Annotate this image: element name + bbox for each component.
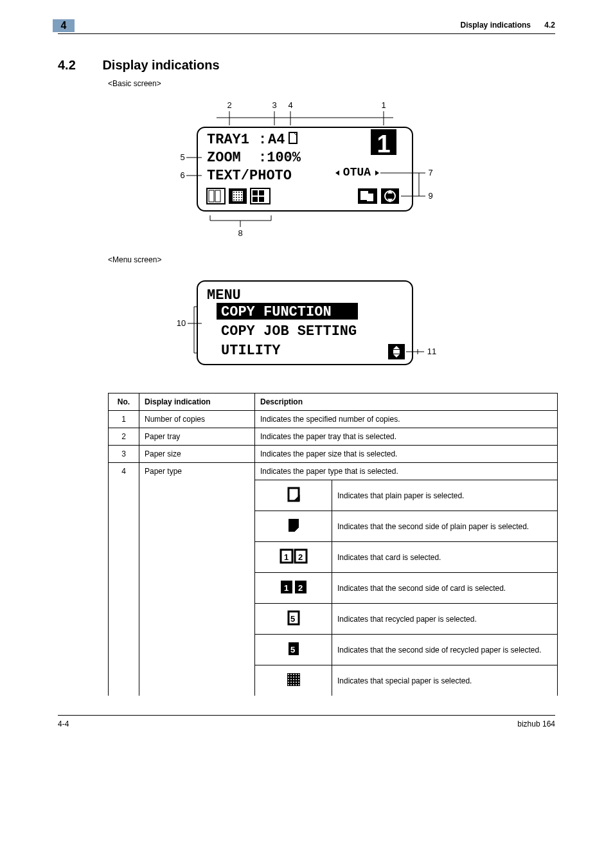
svg-text::100%: :100% (258, 150, 301, 166)
svg-marker-19 (335, 170, 339, 176)
svg-text:1: 1 (284, 552, 289, 562)
svg-text:2: 2 (227, 100, 231, 110)
top-rule (58, 33, 555, 34)
table-row: Indicates that plain paper is selected. (109, 480, 558, 511)
svg-rect-24 (215, 190, 220, 202)
table-row: 1 2 Indicates that the second side of ca… (109, 573, 558, 604)
col-description: Description (255, 393, 558, 411)
svg-text:AUTO: AUTO (343, 166, 371, 179)
page: 4 Display indications 4.2 4.2 Display in… (0, 0, 613, 741)
svg-rect-35 (367, 194, 373, 201)
table-row: 1 Number of copies Indicates the specifi… (109, 411, 558, 428)
svg-text:3: 3 (272, 100, 276, 110)
svg-text:8: 8 (238, 228, 242, 238)
table-row: 5 Indicates that recycled paper is selec… (109, 604, 558, 635)
svg-rect-32 (259, 197, 264, 202)
card-icon: 1 2 (255, 542, 332, 573)
svg-text:TEXT/PHOTO: TEXT/PHOTO (207, 168, 292, 184)
col-indication: Display indication (139, 393, 255, 411)
svg-rect-31 (253, 197, 258, 202)
plain-paper-icon (255, 480, 332, 511)
subhead-basic: <Basic screen> (108, 79, 555, 88)
plain-paper-side2-icon (255, 511, 332, 542)
svg-text:MENU: MENU (207, 287, 241, 303)
running-title: Display indications (461, 21, 531, 30)
svg-text:10: 10 (177, 318, 186, 328)
svg-text::: : (258, 132, 267, 148)
table-row: 2 Paper tray Indicates the paper tray th… (109, 428, 558, 446)
svg-rect-22 (207, 188, 225, 204)
svg-rect-29 (253, 190, 258, 195)
svg-rect-65 (393, 350, 400, 354)
svg-rect-91 (287, 673, 300, 686)
recycled-icon: 5 (255, 604, 332, 635)
svg-text:1: 1 (381, 100, 386, 110)
svg-marker-21 (375, 170, 379, 176)
svg-text:9: 9 (428, 191, 432, 201)
subhead-menu: <Menu screen> (108, 255, 555, 264)
running-section: 4.2 (544, 21, 555, 30)
special-icon (255, 665, 332, 696)
page-number: 4-4 (58, 719, 69, 728)
menu-screen-diagram: MENU COPY FUNCTION COPY JOB SETTING UTIL… (58, 275, 555, 377)
svg-text:ZOOM: ZOOM (207, 150, 241, 166)
recycled-side2-icon: 5 (255, 635, 332, 665)
table-row: 1 2 Indicates that card is selected. (109, 542, 558, 573)
svg-text:COPY JOB SETTING: COPY JOB SETTING (221, 323, 357, 339)
svg-text:1: 1 (377, 131, 390, 158)
svg-text:2: 2 (298, 552, 303, 562)
svg-rect-27 (233, 191, 243, 201)
svg-text:5: 5 (290, 645, 295, 655)
section-number: 4.2 (58, 58, 76, 72)
svg-text:5: 5 (180, 152, 184, 162)
section-heading: 4.2 Display indications (58, 58, 555, 73)
svg-text:4: 4 (288, 100, 292, 110)
svg-text:A4: A4 (268, 132, 285, 148)
table-row: Indicates that special paper is selected… (109, 665, 558, 696)
table-row: 3 Paper size Indicates the paper size th… (109, 446, 558, 463)
svg-text:TRAY1: TRAY1 (207, 132, 249, 148)
svg-text:COPY FUNCTION: COPY FUNCTION (221, 304, 332, 320)
content: 4.2 Display indications <Basic screen> 2… (58, 58, 555, 728)
svg-text:6: 6 (180, 170, 184, 180)
card-side2-icon: 1 2 (255, 573, 332, 604)
svg-text:2: 2 (298, 583, 303, 593)
footer: 4-4 bizhub 164 (58, 715, 555, 728)
col-no: No. (109, 393, 139, 411)
section-title: Display indications (102, 58, 219, 72)
basic-screen-diagram: 2 3 4 1 TRAY1 : A4 (58, 98, 555, 240)
model-name: bizhub 164 (517, 719, 555, 728)
table-row: Indicates that the second side of plain … (109, 511, 558, 542)
svg-text:5: 5 (290, 614, 295, 624)
table-row: 4 Paper type Indicates the paper type th… (109, 463, 558, 480)
svg-rect-23 (209, 190, 214, 202)
svg-text:1: 1 (284, 583, 289, 593)
svg-text:7: 7 (428, 168, 432, 177)
svg-rect-30 (259, 190, 264, 195)
svg-text:UTILITY: UTILITY (221, 343, 281, 359)
svg-text:11: 11 (427, 347, 436, 356)
table-row: 5 Indicates that the second side of recy… (109, 635, 558, 665)
chapter-tab: 4 (53, 19, 75, 32)
running-head: Display indications 4.2 (461, 21, 555, 30)
indications-table: No. Display indication Description 1 Num… (108, 393, 558, 696)
